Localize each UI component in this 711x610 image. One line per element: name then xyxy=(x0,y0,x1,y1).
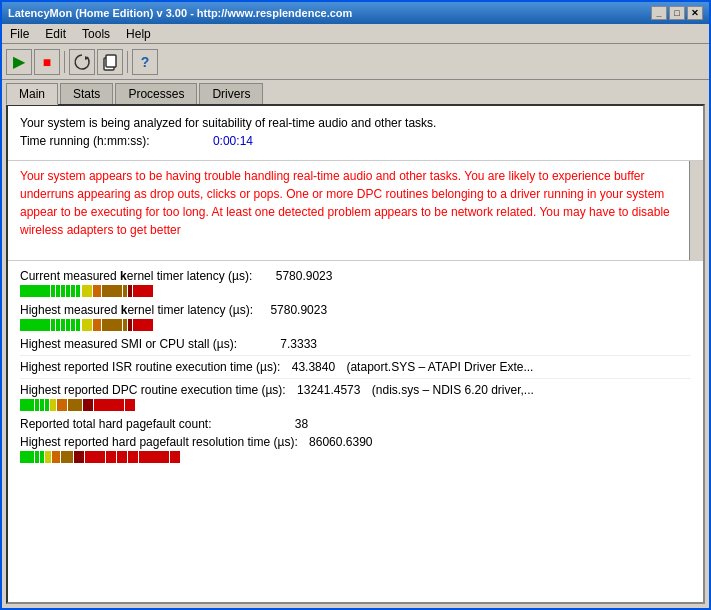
help-button[interactable]: ? xyxy=(132,49,158,75)
hbar-seg-red-1 xyxy=(133,319,153,331)
bar-seg-green-7 xyxy=(76,285,80,297)
bar-seg-green-2 xyxy=(51,285,55,297)
bar-seg-darkred-1 xyxy=(128,285,132,297)
metric-text-smi: Highest measured SMI or CPU stall (µs): xyxy=(20,337,237,351)
time-label: Time running (h:mm:ss): xyxy=(20,134,150,148)
hbar-seg-green-2 xyxy=(51,319,55,331)
metric-value-pft: 86060.6390 xyxy=(309,435,372,449)
close-button[interactable]: ✕ xyxy=(687,6,703,20)
dbar-red-2 xyxy=(125,399,135,411)
maximize-button[interactable]: □ xyxy=(669,6,685,20)
warning-scrollbar[interactable] xyxy=(689,161,703,260)
hbar-seg-darkred-1 xyxy=(128,319,132,331)
toolbar-separator-1 xyxy=(64,51,65,73)
status-line-1: Your system is being analyzed for suitab… xyxy=(20,116,691,130)
metric-label-pagefault-time: Highest reported hard pagefault resoluti… xyxy=(20,435,691,449)
title-bar: LatencyMon (Home Edition) v 3.00 - http:… xyxy=(2,2,709,24)
content-area: Your system is being analyzed for suitab… xyxy=(6,104,705,604)
hbar-seg-green-5 xyxy=(66,319,70,331)
hbar-seg-orange-1 xyxy=(93,319,101,331)
metric-pagefault-time: Highest reported hard pagefault resoluti… xyxy=(20,435,691,463)
menu-tools[interactable]: Tools xyxy=(78,26,114,42)
metric-label-highest-kernel: Highest measured kernel timer latency (µ… xyxy=(20,303,691,317)
metric-isr: Highest reported ISR routine execution t… xyxy=(20,360,691,374)
metric-text-isr: Highest reported ISR routine execution t… xyxy=(20,360,280,374)
main-window: LatencyMon (Home Edition) v 3.00 - http:… xyxy=(0,0,711,610)
pbar-red-3 xyxy=(117,451,127,463)
dbar-darkred-1 xyxy=(83,399,93,411)
bar-highest-kernel xyxy=(20,319,691,331)
menu-bar: File Edit Tools Help xyxy=(2,24,709,44)
copy-icon xyxy=(101,53,119,71)
menu-file[interactable]: File xyxy=(6,26,33,42)
metric-label-current-kernel: Current measured kernel timer latency (µ… xyxy=(20,269,691,283)
pbar-green-3 xyxy=(40,451,44,463)
metric-value-isr: 43.3840 xyxy=(292,360,335,374)
metric-label-smi: Highest measured SMI or CPU stall (µs): … xyxy=(20,337,691,351)
pbar-red-5 xyxy=(139,451,169,463)
refresh-icon xyxy=(73,53,91,71)
tab-stats[interactable]: Stats xyxy=(60,83,113,104)
hbar-seg-green-3 xyxy=(56,319,60,331)
bar-seg-green-6 xyxy=(71,285,75,297)
tab-bar: Main Stats Processes Drivers xyxy=(2,80,709,104)
copy-button[interactable] xyxy=(97,49,123,75)
menu-help[interactable]: Help xyxy=(122,26,155,42)
warning-section: Your system appears to be having trouble… xyxy=(8,161,703,261)
metrics-section: Current measured kernel timer latency (µ… xyxy=(8,261,703,602)
metric-current-kernel: Current measured kernel timer latency (µ… xyxy=(20,269,691,297)
window-title: LatencyMon (Home Edition) v 3.00 - http:… xyxy=(8,7,352,19)
hbar-seg-yellow-1 xyxy=(82,319,92,331)
stop-button[interactable]: ■ xyxy=(34,49,60,75)
metric-text-pfc: Reported total hard pagefault count: xyxy=(20,417,211,431)
metric-value-highest-kernel: 5780.9023 xyxy=(270,303,327,317)
minimize-button[interactable]: _ xyxy=(651,6,667,20)
bar-seg-yellow-1 xyxy=(82,285,92,297)
tab-processes[interactable]: Processes xyxy=(115,83,197,104)
metric-text: Current measured kernel timer latency (µ… xyxy=(20,269,252,283)
play-button[interactable]: ▶ xyxy=(6,49,32,75)
pbar-red-2 xyxy=(106,451,116,463)
dbar-green-3 xyxy=(40,399,44,411)
metric-text-pft: Highest reported hard pagefault resoluti… xyxy=(20,435,298,449)
pbar-green-2 xyxy=(35,451,39,463)
pbar-darkred-1 xyxy=(74,451,84,463)
metric-driver-dpc: (ndis.sys – NDIS 6.20 driver,... xyxy=(372,383,534,397)
dbar-orange-1 xyxy=(57,399,67,411)
dbar-green-4 xyxy=(45,399,49,411)
status-section: Your system is being analyzed for suitab… xyxy=(8,106,703,161)
bar-dpc xyxy=(20,399,691,411)
metric-pagefault-count: Reported total hard pagefault count: 38 xyxy=(20,417,691,431)
hbar-seg-green-7 xyxy=(76,319,80,331)
svg-rect-2 xyxy=(106,55,116,67)
pbar-yellow-1 xyxy=(45,451,51,463)
tab-main[interactable]: Main xyxy=(6,83,58,105)
dbar-green-1 xyxy=(20,399,34,411)
pbar-darkorange-1 xyxy=(61,451,73,463)
refresh-button[interactable] xyxy=(69,49,95,75)
pbar-orange-1 xyxy=(52,451,60,463)
menu-edit[interactable]: Edit xyxy=(41,26,70,42)
metric-label-pagefault-count: Reported total hard pagefault count: 38 xyxy=(20,417,691,431)
metric-label-dpc: Highest reported DPC routine execution t… xyxy=(20,383,691,397)
divider-1 xyxy=(20,355,691,356)
metric-value-smi: 7.3333 xyxy=(280,337,317,351)
divider-2 xyxy=(20,378,691,379)
dbar-darkorange-1 xyxy=(68,399,82,411)
bar-current-kernel xyxy=(20,285,691,297)
warning-text: Your system appears to be having trouble… xyxy=(20,167,691,239)
metric-text-hk: Highest measured kernel timer latency (µ… xyxy=(20,303,253,317)
dbar-red-1 xyxy=(94,399,124,411)
bar-seg-darkorange-2 xyxy=(123,285,127,297)
bar-seg-red-1 xyxy=(133,285,153,297)
hbar-seg-green-4 xyxy=(61,319,65,331)
metric-label-isr: Highest reported ISR routine execution t… xyxy=(20,360,691,374)
metric-text-dpc: Highest reported DPC routine execution t… xyxy=(20,383,286,397)
tab-drivers[interactable]: Drivers xyxy=(199,83,263,104)
metric-dpc: Highest reported DPC routine execution t… xyxy=(20,383,691,411)
toolbar-separator-2 xyxy=(127,51,128,73)
pbar-red-6 xyxy=(170,451,180,463)
hbar-seg-green-1 xyxy=(20,319,50,331)
bar-seg-green-3 xyxy=(56,285,60,297)
toolbar: ▶ ■ ? xyxy=(2,44,709,80)
